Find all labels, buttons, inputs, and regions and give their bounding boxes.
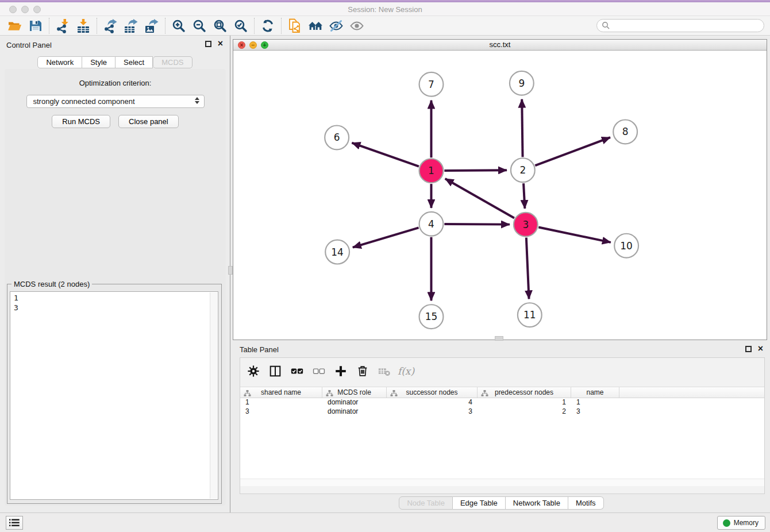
graph-node-14[interactable]: 14 — [325, 240, 349, 264]
table-horizontal-scrollbar[interactable] — [240, 479, 764, 486]
criterion-select[interactable]: strongly connected component — [26, 95, 205, 108]
search-input[interactable] — [596, 19, 764, 32]
graph-node-4[interactable]: 4 — [419, 212, 444, 236]
graph-edge-4-14[interactable] — [353, 228, 419, 247]
tab-edge-table[interactable]: Edge Table — [453, 496, 506, 510]
graph-edge-1-6[interactable] — [352, 143, 418, 167]
table-cell[interactable]: 2 — [478, 407, 571, 417]
toolbar-separator — [97, 18, 97, 34]
table-cell[interactable]: dominator — [322, 398, 387, 407]
table-cell[interactable]: 3 — [387, 407, 478, 417]
zoom-out-icon[interactable] — [189, 17, 210, 34]
table-toolbar: f(x) — [240, 358, 764, 384]
graph-edge-2-9[interactable] — [522, 99, 522, 157]
tab-node-table[interactable]: Node Table — [399, 496, 453, 510]
graph-node-8[interactable]: 8 — [613, 120, 637, 144]
float-panel-icon[interactable] — [205, 41, 211, 47]
table-cell[interactable]: 1 — [571, 398, 619, 407]
tab-network[interactable]: Network — [37, 56, 82, 68]
svg-text:14: 14 — [331, 246, 344, 258]
network-close-button[interactable]: × — [238, 41, 245, 49]
zoom-fit-content-icon[interactable] — [210, 17, 230, 34]
export-network-icon[interactable] — [100, 17, 121, 34]
unselect-all-icon[interactable] — [310, 363, 327, 379]
table-row[interactable]: 3dominator323 — [240, 407, 764, 417]
memory-label: Memory — [734, 519, 759, 527]
table-cell[interactable]: 1 — [478, 398, 571, 407]
tab-motifs[interactable]: Motifs — [568, 496, 604, 510]
table-cell[interactable]: 1 — [240, 398, 322, 407]
add-row-icon[interactable] — [332, 363, 349, 379]
graph-node-2[interactable]: 2 — [511, 158, 535, 182]
column-header-predecessor-nodes[interactable]: predecessor nodes — [478, 387, 571, 398]
mcds-result-box: MCDS result (2 nodes) 1 3 — [7, 284, 222, 504]
column-header-name[interactable]: name — [571, 387, 619, 398]
network-canvas[interactable]: 7968124314101511 — [233, 51, 767, 340]
settings-gear-icon[interactable] — [245, 363, 261, 379]
graph-node-6[interactable]: 6 — [325, 125, 349, 149]
column-header-successor-nodes[interactable]: successor nodes — [387, 387, 478, 398]
mcds-result-text[interactable]: 1 3 — [10, 291, 218, 500]
refresh-network-icon[interactable] — [257, 17, 278, 34]
table-cell[interactable]: dominator — [322, 407, 387, 417]
table-cell[interactable]: 3 — [240, 407, 322, 417]
export-table-icon[interactable] — [121, 17, 141, 34]
clone-network-icon[interactable] — [284, 17, 305, 34]
task-history-button[interactable] — [6, 516, 23, 530]
tab-select[interactable]: Select — [116, 56, 153, 68]
table-panel: Table Panel × — [233, 342, 770, 512]
show-all-icon[interactable] — [346, 17, 367, 34]
graph-node-9[interactable]: 9 — [510, 71, 534, 95]
graph-edge-2-3[interactable] — [523, 183, 525, 209]
graph-edge-3-10[interactable] — [538, 228, 611, 242]
tab-mcds[interactable]: MCDS — [153, 56, 192, 68]
tab-network-table[interactable]: Network Table — [506, 496, 568, 510]
graph-node-1[interactable]: 1 — [419, 159, 444, 183]
delete-row-icon[interactable] — [354, 363, 371, 379]
graph-edge-3-11[interactable] — [526, 238, 529, 299]
svg-text:9: 9 — [518, 78, 525, 89]
criterion-value: strongly connected component — [33, 97, 135, 106]
save-session-icon[interactable] — [25, 17, 46, 34]
column-layout-icon[interactable] — [267, 363, 283, 379]
table-header-row: shared name MCDS role successor nodes pr… — [240, 387, 764, 398]
close-panel-icon[interactable]: × — [218, 38, 223, 49]
memory-button[interactable]: Memory — [717, 516, 765, 530]
node-table: shared name MCDS role successor nodes pr… — [240, 387, 764, 486]
table-cell[interactable]: 4 — [387, 398, 478, 407]
run-mcds-button[interactable]: Run MCDS — [52, 115, 110, 128]
graph-node-15[interactable]: 15 — [419, 304, 444, 329]
graph-node-11[interactable]: 11 — [518, 303, 542, 327]
import-table-icon[interactable] — [73, 17, 94, 34]
graph-node-3[interactable]: 3 — [514, 213, 538, 237]
vertical-splitter-handle[interactable] — [228, 266, 233, 275]
graph-node-7[interactable]: 7 — [419, 72, 444, 97]
tab-style[interactable]: Style — [82, 56, 116, 68]
float-table-panel-icon[interactable] — [745, 346, 752, 352]
table-row[interactable]: 1dominator411 — [240, 398, 764, 407]
column-header-mcds-role[interactable]: MCDS role — [322, 387, 387, 398]
column-header-shared-name[interactable]: shared name — [240, 387, 322, 398]
graph-edge-3-1[interactable] — [445, 179, 514, 218]
hide-selected-icon[interactable] — [326, 17, 346, 34]
network-minimize-button[interactable]: − — [249, 41, 257, 49]
first-neighbors-icon[interactable] — [305, 17, 326, 34]
network-window-titlebar[interactable]: × − + scc.txt — [233, 40, 767, 51]
zoom-selected-icon[interactable] — [230, 17, 251, 34]
open-session-icon[interactable] — [5, 17, 25, 34]
graph-node-10[interactable]: 10 — [614, 234, 638, 258]
graph-edge-4-3[interactable] — [444, 224, 510, 225]
import-network-icon[interactable] — [52, 17, 73, 34]
svg-text:3: 3 — [522, 219, 529, 230]
graph-edge-2-8[interactable] — [535, 137, 610, 165]
horizontal-splitter-handle[interactable] — [495, 336, 503, 341]
graph-edge-1-2[interactable] — [444, 170, 507, 171]
close-table-panel-icon[interactable]: × — [758, 344, 763, 354]
result-scrollbar[interactable] — [210, 292, 217, 499]
close-panel-button[interactable]: Close panel — [118, 115, 179, 128]
zoom-in-icon[interactable] — [168, 17, 189, 34]
network-zoom-button[interactable]: + — [261, 41, 268, 49]
table-cell[interactable]: 3 — [571, 407, 619, 417]
export-image-icon[interactable] — [141, 17, 162, 34]
select-all-icon[interactable] — [288, 363, 305, 379]
